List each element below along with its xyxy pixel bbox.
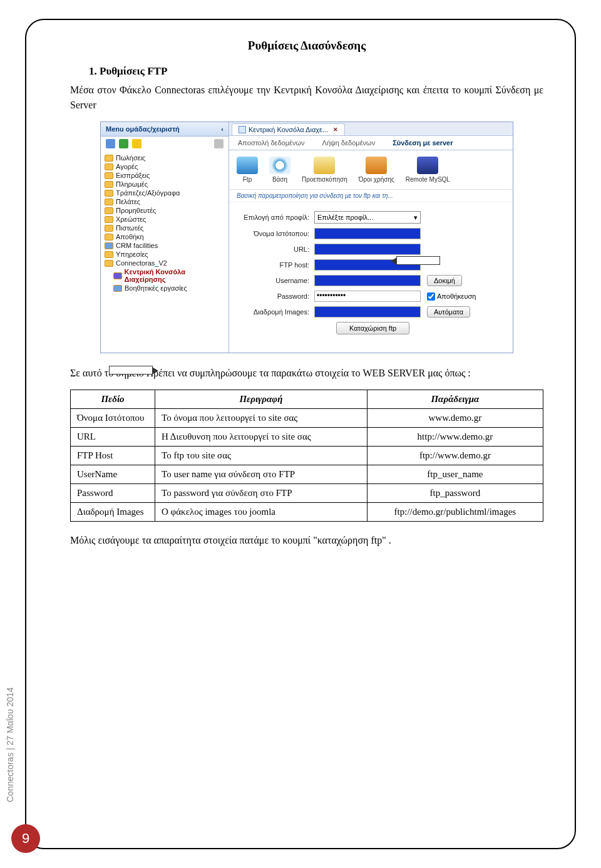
nav-tree: Πωλήσεις Αγορές Εισπράξεις Πληρωμές Τράπ… <box>101 151 229 295</box>
tree-item-selected[interactable]: Κεντρική Κονσόλα Διαχείρησης <box>105 267 225 284</box>
images-path-label: Διαδρομή Images: <box>239 308 314 316</box>
register-ftp-button[interactable]: Καταχώριση ftp <box>336 322 409 334</box>
table-row: Όνομα ΙστότοπουΤο όνομα που λειτουργεί τ… <box>71 409 543 428</box>
preview-icon <box>314 157 335 174</box>
folder-icon <box>105 190 113 197</box>
folder-icon <box>105 216 113 223</box>
save-checkbox[interactable]: Αποθήκευση <box>427 292 476 301</box>
folder-icon <box>105 242 113 249</box>
console-icon <box>113 272 122 279</box>
folder-icon <box>105 225 113 232</box>
folder-icon <box>113 285 122 292</box>
sidebar: Menu ομάδας/χειριστή ‹ Πωλήσεις Αγορές Ε… <box>101 122 229 353</box>
document-tab[interactable]: Κεντρική Κονσόλα Διαχε... ✕ <box>232 123 345 135</box>
table-row: URLΗ Διευθυνση που λειτουργεί το site σα… <box>71 428 543 447</box>
password-label: Password: <box>239 292 314 300</box>
tab-send-data[interactable]: Αποστολή δεδομένων <box>229 136 314 150</box>
chevron-down-icon: ▾ <box>414 214 418 222</box>
intro-text: Μέσα στον Φάκελο Connectoras επιλέγουμε … <box>70 83 543 113</box>
side-watermark: Connectoras | 27 Μαΐου 2014 <box>5 687 15 802</box>
tree-item[interactable]: Πελάτες <box>105 197 225 206</box>
closing-text: Μόλις εισάγουμε τα απαραίτητα στοιχεία π… <box>70 533 543 548</box>
tree-item[interactable]: Υπηρεσίες <box>105 250 225 259</box>
tree-item[interactable]: Πληρωμές <box>105 180 225 189</box>
tree-item[interactable]: Εισπράξεις <box>105 171 225 180</box>
search-icon[interactable] <box>214 139 223 148</box>
main-pane: Κεντρική Κονσόλα Διαχε... ✕ Αποστολή δεδ… <box>229 122 513 353</box>
sidebar-title: Menu ομάδας/χειριστή <box>106 125 180 133</box>
table-row: PasswordΤο password για σύνδεση στο FTPf… <box>71 484 543 503</box>
th-example: Παράδειγμα <box>367 390 543 409</box>
eye-icon <box>269 157 290 174</box>
profile-select[interactable]: Επιλέξτε προφίλ... ▾ <box>314 211 421 224</box>
auto-button[interactable]: Αυτόματα <box>427 306 470 318</box>
toolbar-ftp[interactable]: Ftp <box>237 157 258 183</box>
ftp-icon <box>237 157 258 174</box>
test-button[interactable]: Δοκιμή <box>427 275 462 286</box>
th-field: Πεδίο <box>71 390 155 409</box>
page-number: 9 <box>11 824 40 853</box>
tab-server-connection[interactable]: Σύνδεση με server <box>384 136 461 150</box>
folder-icon <box>105 251 113 258</box>
mysql-icon <box>417 157 438 174</box>
url-input[interactable] <box>314 244 421 255</box>
th-desc: Περιγραφή <box>155 390 367 409</box>
folder-icon <box>105 234 113 240</box>
folder-icon <box>105 155 113 162</box>
images-path-input[interactable] <box>314 306 421 318</box>
tree-item[interactable]: CRM facilities <box>105 241 225 250</box>
toolbar-remote-mysql[interactable]: Remote MySQL <box>406 157 450 183</box>
tree-item[interactable]: Προμηθευτές <box>105 206 225 215</box>
tab-icon <box>239 126 246 133</box>
tree-item[interactable]: Αποθήκη <box>105 232 225 241</box>
url-label: URL: <box>239 245 314 253</box>
tree-item[interactable]: Χρεώστες <box>105 215 225 224</box>
folder-icon <box>105 260 113 267</box>
folder-icon <box>105 207 113 214</box>
tree-item[interactable]: Τράπεζες/Αξιόγραφα <box>105 189 225 197</box>
site-name-input[interactable] <box>314 228 421 239</box>
table-row: UserNameΤο user name για σύνδεση στο FTP… <box>71 465 543 484</box>
folder-icon <box>105 181 113 188</box>
ftp-host-label: FTP host: <box>239 261 314 269</box>
user2-icon[interactable] <box>119 139 128 148</box>
toolbar: Ftp Βάση Προεπισκόπηση Όροι χρήσης Remot… <box>229 150 513 190</box>
terms-icon <box>366 157 387 174</box>
toolbar-terms[interactable]: Όροι χρήσης <box>359 157 394 183</box>
toolbar-database[interactable]: Βάση <box>269 157 290 183</box>
tree-item[interactable]: Connectoras_V2 <box>105 259 225 267</box>
folder-icon <box>105 172 113 179</box>
site-name-label: Όνομα Ιστότοπου: <box>239 230 314 237</box>
section-head: 1. Ρυθμίσεις FTP <box>89 65 543 78</box>
tree-item[interactable]: Πιστωτές <box>105 224 225 232</box>
username-input[interactable] <box>314 275 421 286</box>
fields-table: Πεδίο Περιγραφή Παράδειγμα Όνομα Ιστότοπ… <box>70 390 543 522</box>
app-screenshot: Menu ομάδας/χειριστή ‹ Πωλήσεις Αγορές Ε… <box>100 121 513 353</box>
tab-receive-data[interactable]: Λήψη δεδομένων <box>314 136 384 150</box>
profile-label: Επιλογή από προφίλ: <box>239 214 314 221</box>
folder-icon <box>105 199 113 205</box>
collapse-icon[interactable]: ‹ <box>221 125 223 133</box>
password-input[interactable]: ••••••••••• <box>314 291 421 302</box>
table-row: Διαδρομή ImagesΟ φάκελος images του joom… <box>71 503 543 522</box>
user-icon[interactable] <box>106 139 115 148</box>
page-title: Ρυθμίσεις Διασύνδεσης <box>70 39 543 53</box>
ftp-form: Επιλογή από προφίλ: Επιλέξτε προφίλ... ▾… <box>229 202 513 353</box>
arrow-callout-side <box>109 366 153 375</box>
table-row: FTP HostΤο ftp του site σαςftp://www.dem… <box>71 447 543 465</box>
tree-item[interactable]: Βοηθητικές εργασίες <box>105 284 225 292</box>
tree-item[interactable]: Πωλήσεις <box>105 153 225 162</box>
username-label: Username: <box>239 277 314 284</box>
arrow-callout-top <box>396 256 440 265</box>
close-icon[interactable]: ✕ <box>333 127 338 133</box>
toolbar-description: Βασική παραμετροποίηση για σύνδεση με το… <box>229 190 513 202</box>
folder-icon <box>105 163 113 170</box>
tree-item[interactable]: Αγορές <box>105 162 225 171</box>
toolbar-preview[interactable]: Προεπισκόπηση <box>302 157 347 183</box>
star-icon[interactable] <box>132 139 141 148</box>
